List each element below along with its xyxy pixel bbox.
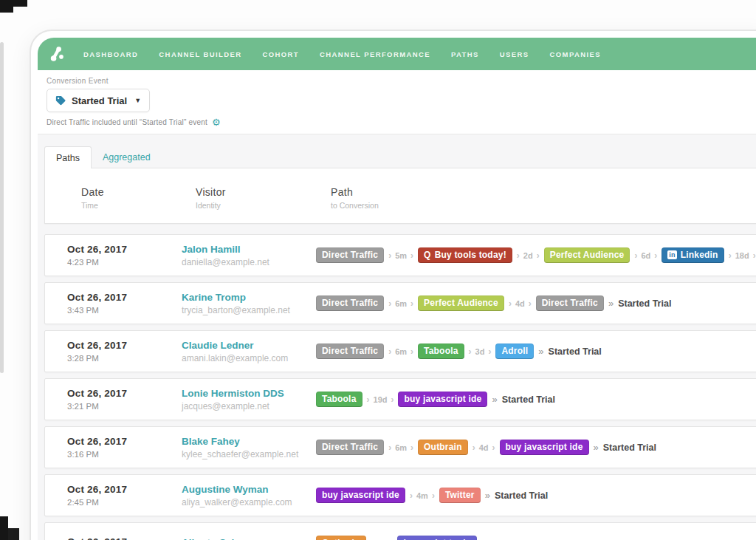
path-gap: ›4m› [410,491,435,500]
chevron-right-icon: › [410,299,413,308]
chevron-right-icon: › [729,251,732,260]
conversion-event-name: Started Trial [549,346,602,357]
conversion: »Started Trial [608,298,671,309]
row-date: Oct 26, 2017 [67,436,182,447]
channel-badge-buy-javascript-ide: buy javascript ide [500,440,589,455]
chevron-right-icon: › [634,251,637,260]
visitor-cell: Claudie Ledner amani.lakin@example.com [182,340,316,363]
nav-menu: DASHBOARDCHANNEL BUILDERCOHORTCHANNEL PE… [83,50,601,58]
chevron-right-icon: › [654,251,657,260]
table-row[interactable]: Oct 26, 2017 3:21 PM Lonie Hermiston DDS… [44,378,756,420]
nav-item-companies[interactable]: COMPANIES [550,50,601,58]
channel-badge-buy-javascript-ide: buy javascript ide [316,488,405,503]
path-gap: ›6d› [634,251,657,260]
gap-duration: 4d [515,299,525,308]
chevron-right-icon: › [529,299,532,308]
visitor-name-link[interactable]: Jalon Hamill [182,244,316,255]
badge-label: buy javascript ide [404,394,481,404]
gap-duration: 6m [395,347,407,356]
chevron-right-icon: › [509,299,512,308]
row-date: Oct 26, 2017 [67,292,182,303]
badge-label: buy javascript ide [322,490,399,500]
date-cell: Oct 26, 2017 [67,536,182,540]
date-cell: Oct 26, 2017 4:23 PM [67,244,182,267]
path-gap: ›3d› [469,347,492,356]
nav-item-paths[interactable]: PATHS [451,50,479,58]
visitor-name-link[interactable]: Claudie Ledner [182,340,316,351]
chevron-right-icon: › [469,347,472,356]
column-title: Visitor [196,186,331,198]
path-gap: ›2d› [517,251,540,260]
channel-badge-adroll: Adroll [495,344,534,359]
row-date: Oct 26, 2017 [67,388,182,399]
chevron-right-icon: › [537,251,540,260]
badge-label: Taboola [424,346,458,356]
filter-caption: Direct Traffic included until “Started T… [47,117,756,127]
badge-label: Direct Traffic [322,298,378,308]
tab-paths[interactable]: Paths [44,146,92,168]
row-date: Oct 26, 2017 [67,536,182,540]
chevron-right-icon: › [410,491,413,500]
table-row[interactable]: Oct 26, 2017 3:43 PM Karine Tromp trycia… [44,282,756,324]
nav-item-users[interactable]: USERS [500,50,529,58]
badge-label: Twitter [445,490,475,500]
path-cell: Outbrain›3d›javascript tools»Started Tri… [316,536,756,540]
tab-aggregated[interactable]: Aggregated [92,146,162,168]
table-body: Oct 26, 2017 4:23 PM Jalon Hamill daniel… [44,234,756,540]
visitor-name-link[interactable]: Augustine Wyman [182,484,316,495]
badge-label: Buy tools today! [435,250,506,260]
nav-item-channel-performance[interactable]: CHANNEL PERFORMANCE [320,50,430,58]
badge-label: Direct Traffic [322,250,378,260]
visitor-cell: Lonie Hermiston DDS jacques@example.net [182,388,316,411]
channel-badge-taboola: Taboola [316,392,362,407]
visitor-name-link[interactable]: Alberto Schuppe [182,537,316,540]
nav-item-channel-builder[interactable]: CHANNEL BUILDER [159,50,241,58]
column-subtitle: to Conversion [331,201,756,210]
gap-duration: 4d [479,443,489,452]
channel-badge-direct-traffic: Direct Traffic [316,295,384,311]
row-time: 3:21 PM [67,402,182,411]
page: DASHBOARDCHANNEL BUILDERCOHORTCHANNEL PE… [0,0,756,540]
gear-icon[interactable]: ⚙ [212,117,221,127]
table-row[interactable]: Oct 26, 2017 3:28 PM Claudie Ledner aman… [44,330,756,372]
double-chevron-icon: » [594,442,599,452]
chevron-right-icon: › [388,443,391,452]
path-cell: Taboola›19d›buy javascript ide»Started T… [316,392,756,407]
filter-section: Conversion Event Started Trial ▼ Direct … [38,70,756,134]
date-cell: Oct 26, 2017 3:21 PM [67,388,182,411]
nav-item-cohort[interactable]: COHORT [263,50,300,58]
table-row[interactable]: Oct 26, 2017 2:45 PM Augustine Wyman ali… [44,474,756,516]
double-chevron-icon: » [538,346,543,356]
table-row[interactable]: Oct 26, 2017 Alberto Schuppe Outbrain›3d… [44,522,756,540]
row-time: 3:16 PM [67,450,182,459]
path-cell: Direct Traffic›5m›QBuy tools today!›2d›P… [316,247,756,263]
table-row[interactable]: Oct 26, 2017 3:16 PM Blake Fahey kylee_s… [44,426,756,468]
quora-icon: Q [424,250,431,260]
linkedin-icon: in [667,250,676,259]
row-date: Oct 26, 2017 [67,484,182,495]
channel-badge-taboola: Taboola [418,344,464,359]
visitor-name-link[interactable]: Lonie Hermiston DDS [182,388,316,399]
visitor-email: amani.lakin@example.com [182,353,316,363]
conversion-event-dropdown[interactable]: Started Trial ▼ [47,89,150,112]
chevron-right-icon: › [517,251,520,260]
badge-label: Perfect Audience [550,250,625,260]
table-row[interactable]: Oct 26, 2017 4:23 PM Jalon Hamill daniel… [44,234,756,276]
gap-duration: 6m [395,443,407,452]
content-area: PathsAggregated DateTimeVisitorIdentityP… [38,134,756,540]
channel-badge-direct-traffic: Direct Traffic [536,295,604,311]
visitor-name-link[interactable]: Karine Tromp [182,292,316,303]
visitor-cell: Alberto Schuppe [182,537,316,540]
tag-icon [55,95,66,106]
column-title: Date [81,186,196,198]
nav-item-dashboard[interactable]: DASHBOARD [83,50,138,58]
attribution-logo-icon[interactable] [47,44,67,64]
path-cell: Direct Traffic›6m›Outbrain›4d›buy javasc… [316,440,756,455]
visitor-cell: Karine Tromp trycia_barton@example.net [182,292,316,315]
background-mark-bottom-left [0,516,8,540]
chevron-right-icon: › [410,347,413,356]
visitor-cell: Blake Fahey kylee_schaefer@example.net [182,436,316,459]
visitor-name-link[interactable]: Blake Fahey [182,436,316,447]
background-mark-top-left [0,0,27,7]
conversion-event-name: Started Trial [495,491,548,501]
